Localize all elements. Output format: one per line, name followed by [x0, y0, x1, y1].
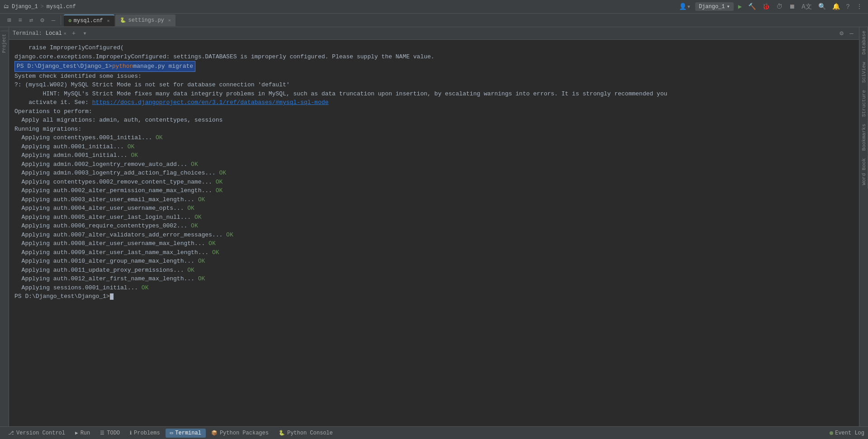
terminal-line-13: Applying admin.0002_logentry_remove_auto… — [14, 160, 854, 169]
version-control-icon: ⎇ — [8, 430, 14, 436]
bottom-tab-run[interactable]: ▶ Run — [71, 429, 95, 438]
terminal-line-19: Applying auth.0005_alter_user_last_login… — [14, 213, 854, 222]
sidebar-item-wordbook[interactable]: Word Book — [859, 155, 868, 189]
terminal-local-close[interactable]: ✕ — [64, 31, 66, 36]
bottom-right: Event Log — [830, 430, 864, 436]
main-area: Project Terminal: Local ✕ + ▾ ⚙ — raise … — [0, 27, 868, 426]
debug-icon[interactable]: 🐞 — [760, 2, 772, 11]
content-area: Terminal: Local ✕ + ▾ ⚙ — raise Improper… — [9, 27, 859, 426]
sidebar-item-database[interactable]: Database — [859, 27, 868, 58]
terminal-prompt-highlight: PS D:\Django_test\Django_1> python manag… — [14, 61, 195, 72]
terminal-line-2: django.core.exceptions.ImproperlyConfigu… — [14, 52, 854, 61]
terminal-header-right: ⚙ — — [838, 28, 855, 38]
run-button[interactable]: ▶ — [736, 2, 744, 11]
project-dropdown[interactable]: Django_1 ▾ — [695, 2, 734, 11]
event-log-dot — [830, 431, 833, 435]
terminal-settings-icon[interactable]: ⚙ — [838, 28, 845, 38]
project-icon: 🗂 — [4, 3, 9, 10]
title-bar-left: 🗂 Django_1 > mysql.cnf — [4, 3, 76, 10]
mysql-cnf-icon: ⚙ — [68, 18, 71, 24]
bottom-tab-problems-label: Problems — [134, 430, 160, 436]
help-icon[interactable]: ? — [844, 2, 852, 11]
tab-mysql-cnf-close[interactable]: ✕ — [107, 18, 110, 24]
left-sidebar: Project — [0, 27, 9, 426]
terminal-cursor — [110, 293, 114, 300]
bottom-tab-todo-label: TODO — [107, 430, 120, 436]
terminal-line-17: Applying auth.0003_alter_user_email_max_… — [14, 195, 854, 204]
terminal-line-1: raise ImproperlyConfigured( — [14, 43, 854, 52]
terminal-line-22: Applying auth.0008_alter_user_username_m… — [14, 239, 854, 248]
terminal-line-27: Applying sessions.0001_initial... OK — [14, 283, 854, 293]
bottom-tab-python-console[interactable]: 🐍 Python Console — [274, 429, 337, 438]
terminal-line-3: System check identified some issues: — [14, 72, 854, 81]
sidebar-item-project[interactable]: Project — [0, 31, 8, 56]
bottom-tab-todo[interactable]: ☰ TODO — [95, 429, 124, 438]
terminal-line-24: Applying auth.0010_alter_group_name_max_… — [14, 257, 854, 266]
cmd-python-word: python — [112, 62, 133, 71]
prompt-path: PS D:\Django_test\Django_1> — [17, 62, 112, 71]
terminal-close-icon[interactable]: — — [848, 29, 855, 38]
sidebar-item-structure[interactable]: Structure — [859, 86, 868, 120]
terminal-line-11: Applying auth.0001_initial... OK — [14, 142, 854, 151]
terminal-line-23: Applying auth.0009_alter_user_last_name_… — [14, 248, 854, 257]
terminal-line-15: Applying contenttypes.0002_remove_conten… — [14, 178, 854, 187]
top-right-icons: 👤▾ Django_1 ▾ ▶ 🔨 🐞 ⏱ ⏹ A文 🔍 🔔 ? ⋮ — [677, 2, 864, 12]
project-dropdown-chevron: ▾ — [727, 3, 730, 10]
bottom-tab-terminal-label: Terminal — [175, 430, 201, 436]
terminal-line-16: Applying auth.0002_alter_permission_name… — [14, 186, 854, 195]
terminal-content[interactable]: raise ImproperlyConfigured( django.core.… — [9, 40, 859, 426]
terminal-line-6: activate it. See: https://docs.djangopro… — [14, 98, 854, 107]
terminal-label: Terminal: — [13, 30, 42, 37]
terminal-line-4: ?: (mysql.W002) MySQL Strict Mode is not… — [14, 80, 854, 90]
terminal-drop-icon[interactable]: ▾ — [81, 28, 88, 38]
bottom-tab-terminal[interactable]: ▭ Terminal — [166, 429, 206, 438]
terminal-add-icon[interactable]: + — [70, 29, 77, 38]
tab-settings-py-close[interactable]: ✕ — [168, 18, 171, 23]
terminal-line-18: Applying auth.0004_alter_user_username_o… — [14, 204, 854, 213]
settings-py-icon: 🐍 — [120, 17, 126, 23]
terminal-final-prompt-line: PS D:\Django_test\Django_1> — [14, 292, 854, 301]
tab-settings-py[interactable]: 🐍 settings.py ✕ — [115, 14, 175, 26]
bottom-tab-problems[interactable]: ℹ Problems — [125, 429, 165, 438]
profile-icon[interactable]: ⏱ — [774, 2, 784, 11]
list-icon[interactable]: ≡ — [16, 16, 24, 25]
minimize-icon[interactable]: — — [50, 16, 57, 25]
layout-icon[interactable]: ⊞ — [5, 15, 13, 25]
terminal-line-8: Apply all migrations: admin, auth, conte… — [14, 116, 854, 125]
terminal-line-26: Applying auth.0012_alter_first_name_max_… — [14, 274, 854, 283]
event-log[interactable]: Event Log — [830, 430, 864, 436]
bottom-tab-python-packages[interactable]: 📦 Python Packages — [207, 429, 273, 438]
python-console-icon: 🐍 — [279, 430, 285, 436]
build-icon[interactable]: 🔨 — [746, 2, 758, 11]
settings-icon[interactable]: ⚙ — [38, 15, 46, 25]
stop-icon[interactable]: ⏹ — [787, 2, 797, 11]
cmd-args: manage.py migrate — [133, 62, 193, 71]
notification-icon[interactable]: 🔔 — [830, 2, 842, 11]
terminal-line-10: Applying contenttypes.0001_initial... OK — [14, 133, 854, 142]
terminal-line-7: Operations to perform: — [14, 107, 854, 116]
sidebar-item-bookmarks[interactable]: Bookmarks — [859, 120, 868, 154]
project-dropdown-label: Django_1 — [699, 4, 725, 10]
tab-mysql-cnf[interactable]: ⚙ mysql.cnf ✕ — [64, 14, 114, 26]
terminal-line-5: HINT: MySQL's Strict Mode fixes many dat… — [14, 90, 854, 99]
title-file: mysql.cnf — [47, 4, 76, 10]
search-icon[interactable]: 🔍 — [816, 2, 828, 11]
tab-settings-py-label: settings.py — [128, 17, 164, 24]
more-icon[interactable]: ⋮ — [854, 2, 864, 11]
terminal-line-25: Applying auth.0011_update_proxy_permissi… — [14, 266, 854, 275]
bottom-tab-version-control[interactable]: ⎇ Version Control — [4, 429, 70, 438]
project-name[interactable]: Django_1 — [12, 4, 38, 10]
terminal-local-label: Local — [46, 30, 62, 37]
title-bar: 🗂 Django_1 > mysql.cnf 👤▾ Django_1 ▾ ▶ 🔨… — [0, 0, 868, 14]
terminal-line-12: Applying admin.0001_initial... OK — [14, 151, 854, 160]
sidebar-item-sciview[interactable]: SciView — [859, 58, 868, 86]
split-icon[interactable]: ⇄ — [28, 15, 35, 25]
bottom-tab-run-label: Run — [81, 430, 90, 436]
todo-icon: ☰ — [100, 430, 104, 436]
mysql-docs-link[interactable]: https://docs.djangoproject.com/en/3.1/re… — [92, 99, 329, 106]
translate-icon[interactable]: A文 — [800, 2, 813, 12]
terminal-tab-icon: ▭ — [170, 430, 173, 436]
terminal-local-tab[interactable]: Local ✕ — [46, 30, 66, 37]
python-packages-icon: 📦 — [211, 430, 218, 436]
user-icon[interactable]: 👤▾ — [677, 2, 692, 11]
